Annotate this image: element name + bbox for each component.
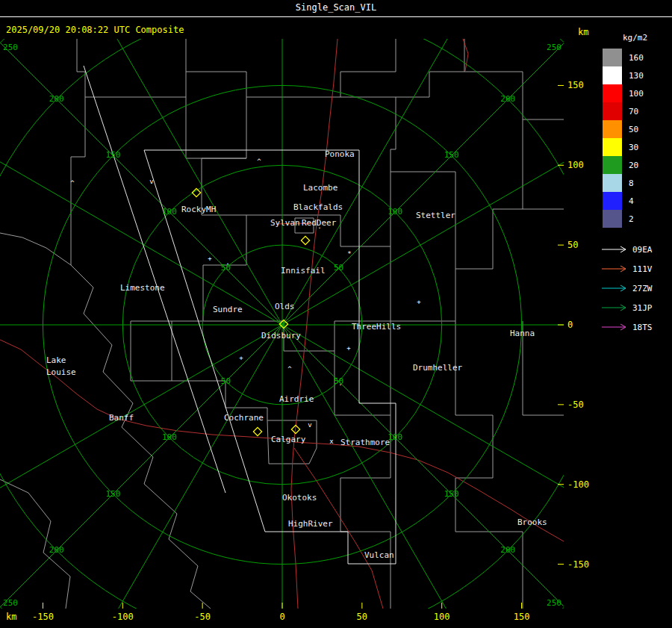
bottom-axis-unit: km — [6, 612, 16, 622]
city-label: Cochrane — [224, 413, 264, 423]
right-axis-label: -100 — [567, 479, 589, 490]
ring-range-label: 200 — [49, 545, 64, 555]
city-label: Ponoka — [325, 149, 355, 159]
radar-id-row: 111V — [597, 259, 672, 279]
point-marker: ^ — [287, 365, 292, 373]
city-label: Lake — [46, 355, 66, 365]
boundary-line — [335, 351, 391, 609]
boundary-line — [396, 39, 464, 97]
colorbar-swatch — [603, 102, 622, 120]
boundary-line — [172, 97, 246, 381]
colorbar-swatch — [603, 138, 622, 156]
colorbar-row: 50 — [597, 120, 672, 138]
point-marker: . — [338, 379, 342, 387]
right-axis-label: -50 — [567, 400, 584, 410]
ring-range-label: 150 — [444, 150, 459, 160]
ring-range-label: 250 — [547, 43, 561, 52]
radar-id-label: 09EA — [632, 245, 653, 255]
radar-plot-canvas[interactable]: 5010015020025050100150200250501001502002… — [0, 0, 672, 628]
city-label: HighRiver — [288, 519, 333, 529]
radar-id-row: 09EA — [597, 240, 672, 259]
legend-sidebar: kg/m2 16013010070503020842 09EA111V27ZW3… — [597, 33, 672, 337]
radar-map[interactable]: 5010015020025050100150200250501001502002… — [0, 0, 672, 628]
ring-range-label: 200 — [500, 545, 515, 555]
city-label: Louise — [46, 367, 76, 377]
city-label: Drumheller — [413, 363, 463, 373]
city-label: RockyMH — [181, 205, 216, 214]
point-marker: v — [149, 178, 153, 185]
colorbar-swatch — [603, 210, 622, 228]
azimuth-spoke — [0, 0, 672, 628]
colorbar-swatch — [603, 66, 622, 84]
radar-id-row: 18TS — [597, 317, 672, 337]
right-axis-unit: km — [578, 27, 588, 37]
colorbar-swatch — [603, 156, 622, 174]
radar-id-label: 31JP — [632, 303, 653, 313]
ring-range-label: 50 — [221, 376, 231, 386]
ring-range-label: 150 — [444, 489, 459, 499]
radar-arrow-icon — [601, 264, 628, 273]
bottom-axis-label: -150 — [32, 612, 54, 622]
colorbar-row: 30 — [597, 138, 672, 156]
ring-range-label: 100 — [162, 207, 177, 217]
colorbar-value: 20 — [629, 161, 638, 170]
colorbar-value: 2 — [629, 214, 634, 224]
city-label: Olds — [275, 302, 295, 311]
colorbar-swatch — [603, 84, 622, 102]
city-label: Sundre — [213, 305, 243, 314]
colorbar-row: 20 — [597, 156, 672, 174]
highway-line — [0, 340, 294, 440]
bottom-axis-label: -50 — [194, 612, 211, 622]
boundary-line — [186, 39, 396, 97]
boundary-line — [0, 233, 71, 265]
point-marker: * — [347, 250, 351, 258]
city-label: Okotoks — [282, 493, 317, 503]
colorbar-value: 4 — [629, 196, 634, 206]
point-marker: + — [346, 344, 351, 352]
boundary-line — [186, 97, 246, 158]
colorbar-value: 8 — [629, 178, 634, 188]
radar-arrow-icon — [601, 303, 628, 312]
radar-site-diamond-icon — [301, 236, 309, 244]
scan-area-outline — [84, 66, 396, 564]
city-label: Airdrie — [279, 394, 314, 404]
window-titlebar: Single_Scan_VIL — [0, 0, 672, 16]
colorbar-swatch — [603, 49, 622, 66]
colorbar-row: 160 — [597, 49, 672, 66]
colorbar-value: 130 — [629, 71, 644, 81]
right-axis-label: 100 — [567, 160, 584, 170]
point-marker: ^ — [257, 158, 261, 165]
colorbar-row: 100 — [597, 84, 672, 102]
right-axis-label: 150 — [567, 80, 584, 90]
city-label: Vulcan — [364, 550, 394, 560]
right-axis-label: 0 — [567, 320, 573, 330]
ring-range-label: 250 — [3, 598, 18, 608]
boundary-line — [131, 321, 172, 381]
radar-id-label: 18TS — [632, 323, 653, 332]
boundary-line — [0, 479, 70, 609]
bottom-axis-label: -100 — [112, 612, 134, 622]
radar-arrow-icon — [601, 284, 628, 293]
title-divider — [0, 16, 672, 17]
colorbar-value: 50 — [629, 125, 638, 134]
city-label: Calgary — [271, 435, 306, 444]
right-axis-label: 50 — [567, 240, 578, 250]
city-label: Brooks — [517, 517, 547, 527]
ring-range-label: 100 — [388, 207, 402, 217]
colorbar-row: 4 — [597, 192, 672, 210]
highway-line — [463, 39, 468, 71]
ring-range-label: 250 — [547, 598, 561, 608]
city-label: ThreeHills — [352, 322, 401, 332]
city-label: Lacombe — [303, 183, 337, 193]
bottom-axis-label: 100 — [434, 612, 450, 622]
radar-arrow-icon — [601, 323, 628, 332]
range-rings — [0, 0, 672, 628]
city-label: Sylvan — [270, 218, 300, 228]
point-marker: v — [308, 421, 311, 429]
radar-id-label: 111V — [632, 264, 653, 274]
range-ring — [0, 0, 672, 628]
point-marker: ^ — [70, 179, 75, 187]
city-label: Blackfalds — [293, 202, 343, 212]
window-title: Single_Scan_VIL — [296, 2, 376, 13]
radar-id-legend: 09EA111V27ZW31JP18TS — [597, 240, 672, 337]
